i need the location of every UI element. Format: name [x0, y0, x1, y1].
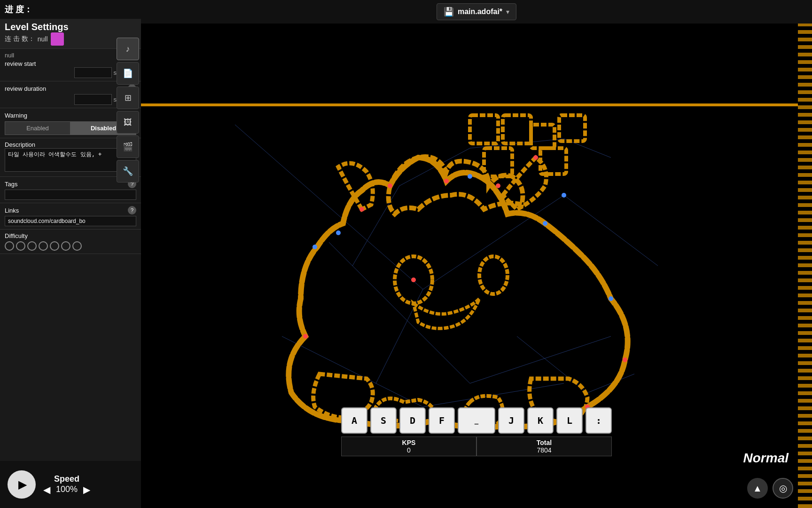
key-f[interactable]: F [429, 407, 455, 434]
tags-label: Tags [5, 181, 17, 188]
diff-circle-6[interactable] [61, 241, 70, 251]
creature-body-outline [289, 158, 627, 427]
keys-row: A S D F _ J K L : [341, 407, 612, 434]
svg-point-25 [623, 357, 627, 362]
play-button[interactable]: ▶ [8, 470, 36, 499]
tags-input[interactable] [5, 190, 136, 200]
svg-point-37 [543, 221, 547, 226]
normal-badge: Normal [743, 451, 789, 466]
file-save-icon: 💾 [444, 7, 454, 17]
level-settings-title: Level Settings [5, 22, 136, 32]
total-box: Total 7804 [476, 437, 612, 456]
file-selector[interactable]: 💾 main.adofai* ▾ [437, 3, 516, 20]
svg-line-4 [470, 336, 611, 383]
svg-rect-15 [503, 115, 531, 143]
svg-point-31 [533, 155, 538, 160]
grid-icon-btn[interactable]: ⊞ [117, 87, 139, 109]
preview-duration-label: review duration [5, 85, 46, 92]
nav-up-btn[interactable]: ▲ [747, 478, 768, 499]
file-name-label: main.adofai* [458, 8, 502, 16]
image-icon-btn[interactable]: 🖼 [117, 111, 139, 134]
nav-controls: ▲ ◎ [747, 478, 793, 499]
play-icon: ▶ [18, 478, 27, 491]
svg-point-34 [562, 193, 566, 198]
speed-increase-btn[interactable]: ▶ [83, 484, 90, 495]
speed-control: Speed ◀ 100% ▶ [43, 474, 90, 495]
bottom-playback-controls: ▶ Speed ◀ 100% ▶ [0, 461, 141, 508]
preview-duration-input[interactable] [74, 94, 112, 105]
speed-row: ◀ 100% ▶ [43, 484, 90, 495]
diff-circle-4[interactable] [39, 241, 48, 251]
key-s[interactable]: S [370, 407, 397, 434]
nav-center-btn[interactable]: ◎ [773, 478, 793, 499]
svg-point-26 [388, 183, 392, 188]
music-icon-btn[interactable]: ♪ [117, 38, 139, 60]
svg-point-30 [359, 207, 364, 212]
warning-label: Warning [5, 112, 27, 119]
links-header: Links ? [5, 206, 136, 214]
total-label: Total [482, 439, 607, 446]
svg-point-27 [444, 179, 449, 183]
warning-enabled-btn[interactable]: Enabled [5, 121, 70, 135]
svg-rect-17 [531, 125, 554, 148]
svg-rect-16 [484, 148, 512, 176]
key-colon[interactable]: : [586, 407, 612, 434]
key-l[interactable]: L [556, 407, 583, 434]
svg-point-20 [303, 334, 308, 339]
video-icon-btn[interactable]: 🎬 [117, 135, 139, 158]
key-stats-row: KPS 0 Total 7804 [341, 437, 612, 456]
kps-value: 0 [346, 446, 471, 454]
svg-point-35 [609, 296, 613, 301]
key-k[interactable]: K [527, 407, 554, 434]
key-j[interactable]: J [498, 407, 524, 434]
color-swatch[interactable] [51, 32, 64, 46]
sidebar-icons: ♪ 📄 ⊞ 🖼 🎬 🔧 [117, 38, 141, 183]
diff-circle-7[interactable] [72, 241, 82, 251]
difficulty-circles-row [5, 241, 136, 251]
links-label: Links [5, 207, 19, 214]
diff-circle-1[interactable] [5, 241, 14, 251]
svg-point-28 [496, 183, 500, 188]
top-bar: 💾 main.adofai* ▾ [141, 0, 812, 24]
progress-label: 进 度： [5, 5, 32, 14]
diff-circle-2[interactable] [16, 241, 25, 251]
kps-box: KPS 0 [341, 437, 476, 456]
main-canvas: A S D F _ J K L : KPS 0 Total 7804 Norma… [141, 24, 812, 508]
links-section: Links ? soundcloud.com/cardboard_bo [0, 203, 141, 230]
svg-point-33 [468, 174, 472, 179]
svg-rect-19 [540, 148, 566, 174]
preview-start-input[interactable] [74, 67, 112, 78]
diff-circle-3[interactable] [27, 241, 37, 251]
svg-line-0 [235, 125, 423, 289]
links-input[interactable]: soundcloud.com/cardboard_bo [5, 216, 136, 226]
creature-right-eye [479, 256, 508, 294]
total-value: 7804 [482, 446, 607, 454]
svg-point-29 [411, 278, 416, 282]
speed-label: Speed [54, 474, 79, 484]
svg-line-8 [352, 186, 399, 266]
difficulty-label: Difficulty [5, 232, 136, 239]
key-display: A S D F _ J K L : KPS 0 Total 7804 [341, 407, 612, 456]
svg-point-36 [312, 245, 317, 249]
diff-circle-5[interactable] [50, 241, 59, 251]
panel-header: 进 度： [0, 0, 141, 19]
combo-value: null [38, 35, 48, 43]
speed-value-label: 100% [55, 484, 78, 494]
svg-rect-18 [559, 115, 585, 141]
svg-point-32 [336, 230, 341, 235]
top-text-decorations [470, 115, 585, 176]
svg-line-1 [423, 195, 564, 289]
document-icon-btn[interactable]: 📄 [117, 62, 139, 85]
key-a[interactable]: A [341, 407, 367, 434]
svg-rect-14 [470, 115, 498, 143]
svg-line-6 [282, 336, 423, 407]
key-d[interactable]: D [399, 407, 426, 434]
difficulty-section: Difficulty [0, 230, 141, 254]
dropdown-arrow-icon: ▾ [506, 8, 509, 16]
wrench-icon-btn[interactable]: 🔧 [117, 160, 139, 183]
key-space[interactable]: _ [458, 407, 495, 434]
speed-decrease-btn[interactable]: ◀ [43, 484, 50, 495]
links-help-icon[interactable]: ? [128, 206, 136, 214]
combo-label: 连 击 数： [5, 35, 35, 43]
kps-label: KPS [346, 439, 471, 446]
